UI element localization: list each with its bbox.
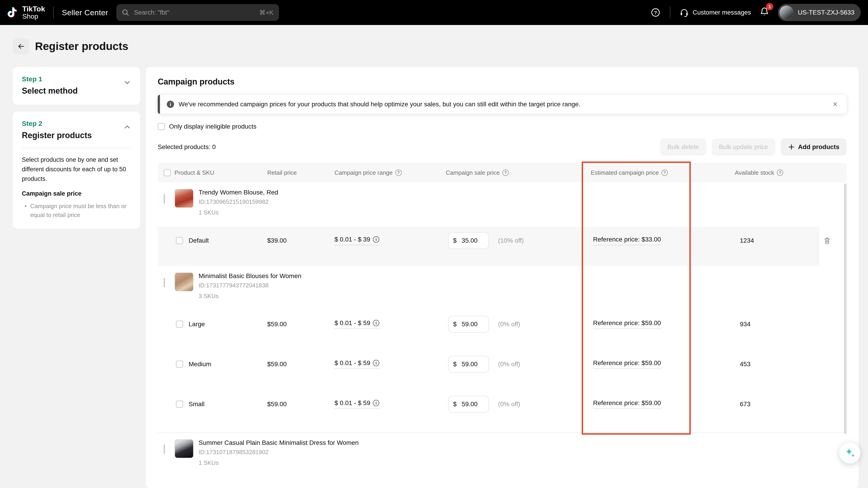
step1-card[interactable]: Step 1 Select method (13, 67, 140, 105)
account-name: US-TEST-ZXJ-5633 (798, 9, 855, 16)
available-stock: 453 (735, 356, 808, 373)
ineligible-filter-checkbox[interactable] (158, 123, 165, 130)
step2-card: Step 2 Register products Select products… (13, 112, 140, 228)
sale-price-field[interactable]: $ (448, 316, 489, 333)
customer-messages-label: Customer messages (692, 9, 751, 16)
sku-checkbox[interactable] (176, 237, 183, 244)
brand-line1: TikTok (22, 5, 45, 13)
customer-messages-button[interactable]: Customer messages (679, 8, 751, 17)
info-circle-icon[interactable]: i (373, 236, 379, 243)
product-thumbnail (175, 439, 194, 458)
product-checkbox[interactable] (164, 194, 165, 204)
card-divider (22, 148, 131, 148)
header-campaign-price-range: Campaign price range (335, 169, 393, 176)
sku-checkbox[interactable] (176, 400, 183, 408)
header-retail-price: Retail price (267, 169, 297, 176)
product-row: Trendy Women Blouse, Red ID:173096521519… (158, 182, 847, 227)
info-circle-icon[interactable]: i (373, 400, 379, 406)
notifications-button[interactable]: 1 (759, 6, 770, 19)
top-bar: TikTok Shop Seller Center ⌘+K ? (0, 0, 868, 25)
select-all-checkbox[interactable] (164, 169, 171, 176)
sale-price-input[interactable] (462, 237, 485, 244)
tiktok-shop-logo[interactable]: TikTok Shop (6, 5, 45, 20)
product-row: Minimalist Basic Blouses for Women ID:17… (158, 266, 847, 311)
sparkle-icon (844, 447, 856, 459)
back-button[interactable] (13, 38, 29, 55)
help-icon: ? (650, 7, 661, 18)
product-checkbox[interactable] (164, 445, 165, 454)
page-title: Register products (35, 40, 128, 53)
product-checkbox[interactable] (164, 278, 165, 287)
global-search[interactable]: ⌘+K (116, 4, 279, 21)
product-sku-count: 3 SKUs (198, 293, 301, 300)
sku-checkbox[interactable] (176, 361, 183, 368)
table-header-row: Product & SKU Retail price Campaign pric… (158, 163, 847, 182)
sku-price-range: $ 0.01 - $ 59 (335, 399, 370, 407)
sku-retail-price: $59.00 (267, 315, 335, 333)
help-button[interactable]: ? (650, 7, 661, 18)
currency-prefix: $ (453, 400, 457, 408)
sale-price-field[interactable]: $ (448, 396, 489, 413)
info-circle-icon[interactable]: i (373, 320, 379, 326)
reference-price: Reference price: $33.00 (593, 236, 661, 245)
step2-subheading: Campaign sale price (22, 190, 131, 197)
add-products-button[interactable]: Add products (781, 139, 847, 156)
tiktok-note-icon (6, 6, 18, 19)
chevron-down-icon[interactable] (124, 79, 131, 86)
discount-label: (10% off) (498, 237, 524, 244)
discount-label: (0% off) (498, 361, 520, 368)
product-name: Minimalist Basic Blouses for Women (198, 272, 301, 280)
product-id: ID:1731071879853281902 (198, 449, 359, 456)
steps-sidebar: Step 1 Select method Step 2 Register pro… (13, 67, 140, 228)
header-campaign-sale-price: Campaign sale price (446, 169, 500, 176)
search-icon (122, 9, 129, 16)
topbar-divider-2 (670, 7, 670, 19)
product-sku-count: 1 SKUs (198, 209, 278, 216)
brand-wordmark: TikTok Shop (22, 5, 45, 20)
sku-row: Large $59.00 $ 0.01 - $ 59i $ (0% off) R… (158, 311, 847, 350)
search-input[interactable] (133, 8, 255, 17)
product-id: ID:1730965215190159982 (198, 199, 278, 205)
help-circle-icon[interactable]: ? (395, 170, 402, 176)
sku-price-range: $ 0.01 - $ 59 (335, 319, 370, 327)
sku-name: Default (189, 232, 267, 249)
product-thumbnail (175, 272, 194, 292)
sale-price-field[interactable]: $ (448, 232, 489, 249)
help-circle-icon[interactable]: ? (777, 170, 783, 176)
info-circle-icon[interactable]: i (373, 360, 379, 366)
step2-description: Select products one by one and set diffe… (22, 155, 131, 184)
sale-price-input[interactable] (462, 400, 485, 408)
search-shortcut: ⌘+K (259, 9, 274, 17)
help-circle-icon[interactable]: ? (502, 170, 509, 176)
ai-assistant-button[interactable] (839, 443, 860, 463)
step2-bullet-text: Campaign price must be less than or equa… (30, 202, 130, 219)
sale-price-field[interactable]: $ (448, 356, 489, 373)
account-menu[interactable]: US-TEST-ZXJ-5633 (778, 4, 861, 21)
campaign-products-table: Product & SKU Retail price Campaign pric… (158, 163, 847, 477)
bulk-delete-button[interactable]: Bulk delete (660, 139, 706, 156)
notification-badge: 1 (766, 3, 773, 10)
banner-close-icon[interactable]: × (831, 99, 839, 109)
bulk-update-price-button[interactable]: Bulk update price (712, 139, 775, 156)
app-name: Seller Center (62, 8, 108, 17)
available-stock: 673 (735, 396, 808, 413)
sale-price-input[interactable] (462, 361, 485, 368)
campaign-products-panel: Campaign products i We've recommended ca… (146, 67, 859, 488)
sale-price-input[interactable] (462, 321, 485, 328)
table-scrollbar[interactable] (844, 183, 847, 434)
topbar-divider (53, 7, 54, 19)
chevron-up-icon[interactable] (124, 123, 131, 131)
add-products-label: Add products (798, 143, 839, 151)
avatar (779, 5, 794, 20)
delete-sku-button[interactable] (822, 235, 833, 246)
help-circle-icon[interactable]: ? (661, 170, 668, 176)
reference-price: Reference price: $59.00 (593, 359, 661, 369)
sku-checkbox[interactable] (176, 321, 183, 328)
currency-prefix: $ (453, 361, 457, 368)
currency-prefix: $ (453, 321, 457, 328)
currency-prefix: $ (453, 237, 457, 244)
sku-name: Large (189, 315, 267, 333)
available-stock: 934 (735, 315, 808, 333)
section-heading: Campaign products (158, 77, 847, 87)
sku-retail-price: $59.00 (267, 356, 335, 373)
